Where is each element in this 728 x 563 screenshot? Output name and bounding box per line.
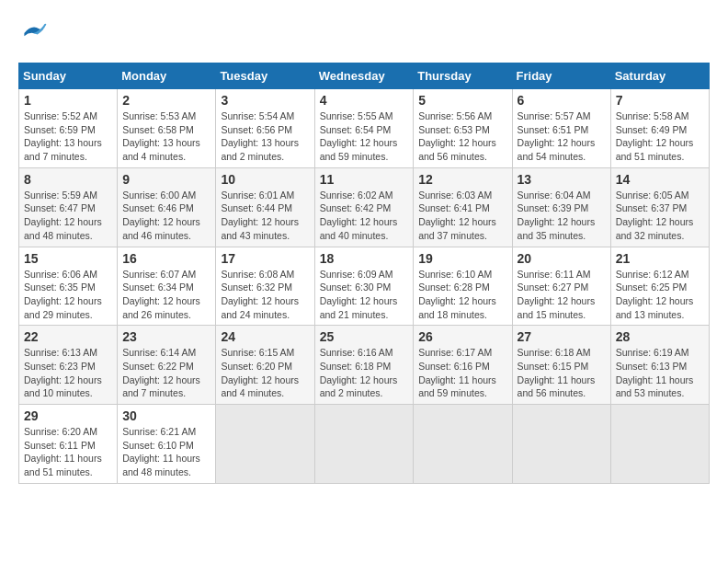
day-number: 9 [122,172,210,187]
calendar-week-3: 15Sunrise: 6:06 AMSunset: 6:35 PMDayligh… [19,247,710,326]
day-number: 12 [418,172,506,187]
day-info: Sunrise: 5:58 AMSunset: 6:49 PMDaylight:… [616,109,704,164]
day-info: Sunrise: 6:17 AMSunset: 6:16 PMDaylight:… [418,346,506,400]
day-info: Sunrise: 6:12 AMSunset: 6:25 PMDaylight:… [616,268,704,322]
calendar-cell: 21Sunrise: 6:12 AMSunset: 6:25 PMDayligh… [610,247,709,326]
day-number: 15 [24,251,112,266]
column-header-wednesday: Wednesday [314,63,414,89]
calendar-cell: 5Sunrise: 5:56 AMSunset: 6:53 PMDaylight… [414,89,512,168]
day-info: Sunrise: 6:03 AMSunset: 6:41 PMDaylight:… [418,189,506,243]
logo [18,18,51,48]
day-info: Sunrise: 6:16 AMSunset: 6:18 PMDaylight:… [320,346,409,400]
page-header [18,18,710,48]
calendar-cell: 11Sunrise: 6:02 AMSunset: 6:42 PMDayligh… [314,167,414,247]
calendar-week-2: 8Sunrise: 5:59 AMSunset: 6:47 PMDaylight… [19,167,710,247]
day-number: 21 [616,251,704,266]
calendar-cell: 8Sunrise: 5:59 AMSunset: 6:47 PMDaylight… [19,167,118,247]
calendar-cell: 24Sunrise: 6:15 AMSunset: 6:20 PMDayligh… [216,326,314,405]
day-number: 22 [24,329,112,344]
day-number: 26 [418,329,506,344]
calendar-cell: 2Sunrise: 5:53 AMSunset: 6:58 PMDaylight… [118,89,216,168]
calendar-cell: 14Sunrise: 6:05 AMSunset: 6:37 PMDayligh… [610,167,709,247]
logo-bird-icon [18,18,48,48]
day-info: Sunrise: 5:53 AMSunset: 6:58 PMDaylight:… [122,109,210,164]
calendar-cell: 7Sunrise: 5:58 AMSunset: 6:49 PMDaylight… [610,89,709,168]
calendar-cell: 30Sunrise: 6:21 AMSunset: 6:10 PMDayligh… [118,405,216,484]
day-info: Sunrise: 5:59 AMSunset: 6:47 PMDaylight:… [24,189,112,243]
day-number: 11 [320,172,409,187]
day-number: 7 [616,93,704,108]
day-number: 25 [320,329,409,344]
calendar-cell: 16Sunrise: 6:07 AMSunset: 6:34 PMDayligh… [118,247,216,326]
day-info: Sunrise: 6:05 AMSunset: 6:37 PMDaylight:… [616,189,704,243]
day-number: 10 [221,172,309,187]
day-info: Sunrise: 5:55 AMSunset: 6:54 PMDaylight:… [320,109,409,164]
day-info: Sunrise: 6:10 AMSunset: 6:28 PMDaylight:… [418,268,506,322]
calendar-cell: 22Sunrise: 6:13 AMSunset: 6:23 PMDayligh… [19,326,118,405]
day-number: 6 [518,93,606,108]
day-info: Sunrise: 6:04 AMSunset: 6:39 PMDaylight:… [518,189,606,243]
day-info: Sunrise: 6:15 AMSunset: 6:20 PMDaylight:… [221,346,309,400]
day-number: 30 [122,408,210,423]
day-number: 3 [221,93,309,108]
day-number: 1 [24,93,112,108]
calendar-cell: 9Sunrise: 6:00 AMSunset: 6:46 PMDaylight… [118,167,216,247]
calendar-cell [314,405,414,484]
day-number: 19 [418,251,506,266]
day-info: Sunrise: 6:06 AMSunset: 6:35 PMDaylight:… [24,268,112,322]
day-number: 28 [616,329,704,344]
calendar-cell: 10Sunrise: 6:01 AMSunset: 6:44 PMDayligh… [216,167,314,247]
column-header-sunday: Sunday [19,63,118,89]
column-header-monday: Monday [118,63,216,89]
day-number: 2 [122,93,210,108]
day-info: Sunrise: 5:57 AMSunset: 6:51 PMDaylight:… [518,109,606,164]
day-info: Sunrise: 5:56 AMSunset: 6:53 PMDaylight:… [418,109,506,164]
calendar-week-1: 1Sunrise: 5:52 AMSunset: 6:59 PMDaylight… [19,89,710,168]
day-info: Sunrise: 6:13 AMSunset: 6:23 PMDaylight:… [24,346,112,400]
day-number: 29 [24,408,112,423]
calendar-cell: 18Sunrise: 6:09 AMSunset: 6:30 PMDayligh… [314,247,414,326]
calendar-cell: 6Sunrise: 5:57 AMSunset: 6:51 PMDaylight… [512,89,610,168]
column-header-saturday: Saturday [610,63,709,89]
column-header-tuesday: Tuesday [216,63,314,89]
calendar-cell [216,405,314,484]
day-info: Sunrise: 6:14 AMSunset: 6:22 PMDaylight:… [122,346,210,400]
day-number: 24 [221,329,309,344]
calendar-cell: 27Sunrise: 6:18 AMSunset: 6:15 PMDayligh… [512,326,610,405]
day-info: Sunrise: 6:11 AMSunset: 6:27 PMDaylight:… [518,268,606,322]
calendar-cell [610,405,709,484]
day-info: Sunrise: 5:54 AMSunset: 6:56 PMDaylight:… [221,109,309,164]
day-number: 18 [320,251,409,266]
calendar-cell: 23Sunrise: 6:14 AMSunset: 6:22 PMDayligh… [118,326,216,405]
day-number: 5 [418,93,506,108]
calendar-cell: 12Sunrise: 6:03 AMSunset: 6:41 PMDayligh… [414,167,512,247]
calendar-cell: 25Sunrise: 6:16 AMSunset: 6:18 PMDayligh… [314,326,414,405]
calendar-cell: 15Sunrise: 6:06 AMSunset: 6:35 PMDayligh… [19,247,118,326]
column-header-friday: Friday [512,63,610,89]
day-info: Sunrise: 6:19 AMSunset: 6:13 PMDaylight:… [616,346,704,400]
calendar-week-4: 22Sunrise: 6:13 AMSunset: 6:23 PMDayligh… [19,326,710,405]
calendar-table: SundayMondayTuesdayWednesdayThursdayFrid… [18,63,710,484]
day-info: Sunrise: 5:52 AMSunset: 6:59 PMDaylight:… [24,109,112,164]
calendar-cell: 4Sunrise: 5:55 AMSunset: 6:54 PMDaylight… [314,89,414,168]
calendar-cell: 13Sunrise: 6:04 AMSunset: 6:39 PMDayligh… [512,167,610,247]
day-info: Sunrise: 6:01 AMSunset: 6:44 PMDaylight:… [221,189,309,243]
day-info: Sunrise: 6:07 AMSunset: 6:34 PMDaylight:… [122,268,210,322]
calendar-cell: 3Sunrise: 5:54 AMSunset: 6:56 PMDaylight… [216,89,314,168]
calendar-cell: 26Sunrise: 6:17 AMSunset: 6:16 PMDayligh… [414,326,512,405]
calendar-cell [512,405,610,484]
calendar-cell: 17Sunrise: 6:08 AMSunset: 6:32 PMDayligh… [216,247,314,326]
day-number: 20 [518,251,606,266]
day-number: 8 [24,172,112,187]
calendar-cell [414,405,512,484]
day-number: 4 [320,93,409,108]
day-info: Sunrise: 6:00 AMSunset: 6:46 PMDaylight:… [122,189,210,243]
day-number: 27 [518,329,606,344]
calendar-header-row: SundayMondayTuesdayWednesdayThursdayFrid… [19,63,710,89]
day-number: 16 [122,251,210,266]
calendar-cell: 1Sunrise: 5:52 AMSunset: 6:59 PMDaylight… [19,89,118,168]
day-info: Sunrise: 6:20 AMSunset: 6:11 PMDaylight:… [24,425,112,479]
column-header-thursday: Thursday [414,63,512,89]
day-number: 23 [122,329,210,344]
day-number: 17 [221,251,309,266]
